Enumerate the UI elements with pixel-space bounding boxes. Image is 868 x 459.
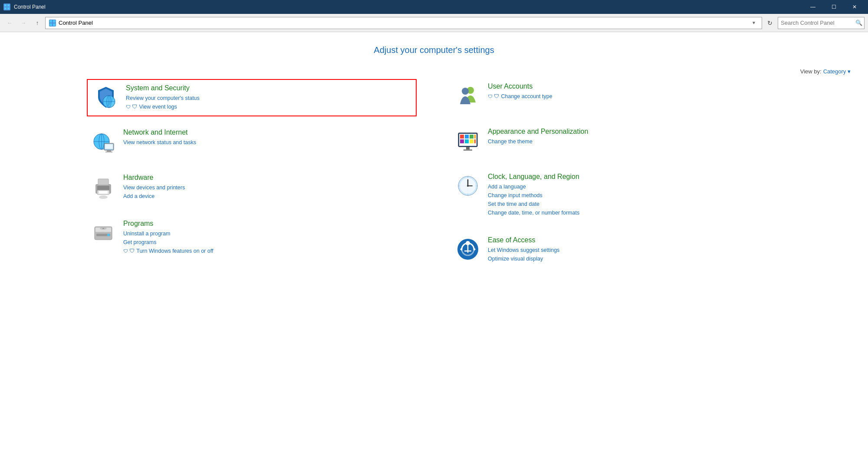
appearance-title[interactable]: Appearance and Personalization <box>488 128 778 135</box>
network-icon <box>90 129 116 155</box>
svg-rect-39 <box>465 135 469 139</box>
close-button[interactable]: ✕ <box>845 0 865 14</box>
category-appearance: Appearance and Personalization Change th… <box>451 124 781 157</box>
right-column: User Accounts 🛡 Change account type <box>443 79 781 279</box>
address-box[interactable]: Control Panel ▼ <box>45 17 762 29</box>
window-title: Control Panel <box>14 4 799 10</box>
system-security-content: System and Security Review your computer… <box>126 84 411 111</box>
left-column: System and Security Review your computer… <box>87 79 443 279</box>
ease-of-access-icon <box>455 236 481 262</box>
minimize-button[interactable]: — <box>803 0 823 14</box>
svg-rect-44 <box>470 139 473 143</box>
ease-of-access-content: Ease of Access Let Windows suggest setti… <box>488 236 778 263</box>
add-language-link[interactable]: Add a language <box>488 182 778 191</box>
appearance-icon <box>455 128 481 154</box>
svg-rect-40 <box>470 135 473 139</box>
title-bar: Control Panel — ☐ ✕ <box>0 0 868 14</box>
get-programs-link[interactable]: Get programs <box>123 238 413 247</box>
uninstall-program-link[interactable]: Uninstall a program <box>123 229 413 238</box>
svg-point-27 <box>99 195 108 199</box>
svg-rect-1 <box>7 4 10 7</box>
page-title: Adjust your computer's settings <box>17 45 851 55</box>
category-hardware: Hardware View devices and printers Add a… <box>87 170 417 204</box>
address-dropdown[interactable]: ▼ <box>750 20 758 25</box>
clock-title[interactable]: Clock, Language, and Region <box>488 173 778 181</box>
svg-rect-7 <box>53 23 56 26</box>
back-button[interactable]: ← <box>3 17 16 29</box>
app-icon <box>3 3 10 10</box>
change-date-formats-link[interactable]: Change date, time, or number formats <box>488 208 778 217</box>
svg-rect-6 <box>49 23 52 26</box>
change-input-methods-link[interactable]: Change input methods <box>488 191 778 200</box>
change-account-type-link[interactable]: 🛡 Change account type <box>488 92 778 101</box>
view-devices-link[interactable]: View devices and printers <box>123 183 413 192</box>
appearance-content: Appearance and Personalization Change th… <box>488 128 778 146</box>
viewby-label: View by: <box>800 68 822 75</box>
svg-rect-5 <box>53 20 56 23</box>
svg-rect-24 <box>98 179 108 185</box>
svg-rect-26 <box>99 191 108 194</box>
viewby-container: View by: Category ▾ <box>17 68 851 75</box>
header-area: Adjust your computer's settings View by:… <box>17 45 851 75</box>
add-device-link[interactable]: Add a device <box>123 192 413 201</box>
svg-rect-0 <box>4 4 7 7</box>
search-icon: 🔍 <box>855 20 862 26</box>
forward-button[interactable]: → <box>17 17 30 29</box>
clock-content: Clock, Language, and Region Add a langua… <box>488 173 778 217</box>
main-content: Adjust your computer's settings View by:… <box>0 32 868 459</box>
system-security-title[interactable]: System and Security <box>126 84 411 92</box>
path-text: Control Panel <box>59 20 93 26</box>
windows-features-link[interactable]: 🛡 Turn Windows features on or off <box>123 247 413 255</box>
svg-point-33 <box>102 228 104 229</box>
up-button[interactable]: ↑ <box>31 17 43 29</box>
category-ease-of-access: Ease of Access Let Windows suggest setti… <box>451 233 781 267</box>
viewby-value[interactable]: Category ▾ <box>823 68 851 75</box>
svg-rect-23 <box>97 186 109 190</box>
path-icon <box>49 20 56 26</box>
view-network-status-link[interactable]: View network status and tasks <box>123 138 413 147</box>
optimize-visual-display-link[interactable]: Optimize visual display <box>488 254 778 263</box>
categories-container: System and Security Review your computer… <box>87 79 781 279</box>
category-clock: Clock, Language, and Region Add a langua… <box>451 169 781 221</box>
view-event-logs-link[interactable]: 🛡 View event logs <box>126 102 411 111</box>
system-security-icon <box>93 84 119 110</box>
svg-rect-4 <box>49 20 52 23</box>
address-bar: ← → ↑ Control Panel ▼ ↻ 🔍 <box>0 14 868 32</box>
hardware-title[interactable]: Hardware <box>123 174 413 182</box>
network-content: Network and Internet View network status… <box>123 129 413 147</box>
svg-rect-38 <box>460 135 464 139</box>
windows-suggest-settings-link[interactable]: Let Windows suggest settings <box>488 246 778 254</box>
svg-rect-20 <box>107 150 111 152</box>
svg-rect-3 <box>7 7 10 10</box>
user-accounts-title[interactable]: User Accounts <box>488 83 778 90</box>
svg-rect-43 <box>465 139 469 143</box>
programs-icon <box>90 220 116 246</box>
clock-icon <box>455 173 481 199</box>
svg-point-56 <box>467 185 469 187</box>
category-network: Network and Internet View network status… <box>87 125 417 158</box>
ease-of-access-title[interactable]: Ease of Access <box>488 236 778 244</box>
review-computer-status-link[interactable]: Review your computer's status <box>126 94 411 102</box>
svg-point-31 <box>107 234 110 236</box>
search-input[interactable] <box>781 20 854 26</box>
maximize-button[interactable]: ☐ <box>824 0 844 14</box>
user-accounts-content: User Accounts 🛡 Change account type <box>488 83 778 101</box>
search-box[interactable]: 🔍 <box>778 17 865 29</box>
svg-rect-21 <box>105 152 112 152</box>
svg-rect-2 <box>4 7 7 10</box>
svg-rect-45 <box>474 139 476 143</box>
set-time-date-link[interactable]: Set the time and date <box>488 200 778 208</box>
svg-rect-41 <box>474 135 476 139</box>
user-accounts-icon <box>455 83 481 109</box>
category-user-accounts: User Accounts 🛡 Change account type <box>451 79 781 112</box>
svg-rect-42 <box>460 139 464 143</box>
hardware-icon <box>90 174 116 200</box>
svg-rect-46 <box>466 147 470 149</box>
category-system-security: System and Security Review your computer… <box>87 79 417 116</box>
refresh-button[interactable]: ↻ <box>764 17 776 29</box>
change-theme-link[interactable]: Change the theme <box>488 137 778 146</box>
category-programs: Programs Uninstall a program Get program… <box>87 216 417 259</box>
window-controls: — ☐ ✕ <box>803 0 865 14</box>
network-title[interactable]: Network and Internet <box>123 129 413 136</box>
programs-title[interactable]: Programs <box>123 220 413 228</box>
